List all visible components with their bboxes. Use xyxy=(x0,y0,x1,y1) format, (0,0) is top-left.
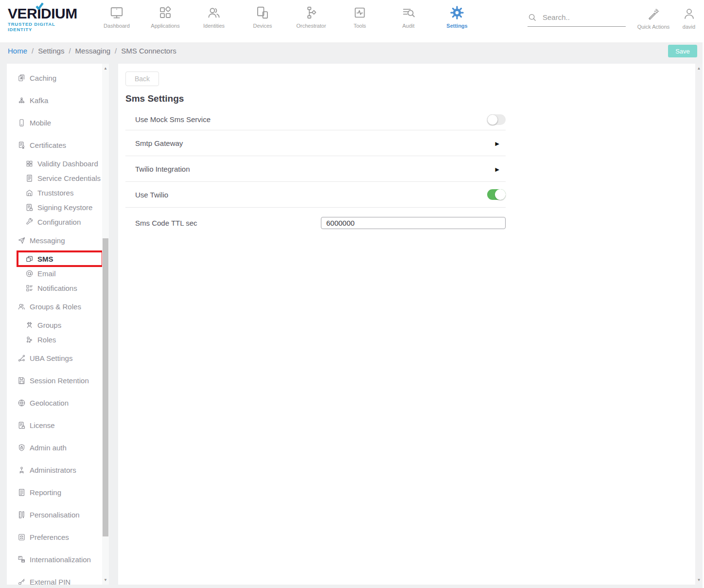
sidebar-item-truststores[interactable]: Truststores xyxy=(7,185,109,200)
certificates-icon xyxy=(18,141,26,149)
breadcrumb-item-home[interactable]: Home xyxy=(8,47,27,55)
sidebar-item-groups[interactable]: Groups xyxy=(7,318,109,332)
logo-tagline: TRUSTED DIGITAL IDENTITY xyxy=(8,21,81,32)
sidebar-scrollbar-thumb[interactable] xyxy=(103,238,108,536)
row-label: Use Twilio xyxy=(135,191,168,199)
row-control: ▶ xyxy=(495,139,506,147)
nav-tab-settings[interactable]: Settings xyxy=(433,5,481,29)
sidebar-item-admin-auth[interactable]: Admin auth xyxy=(7,436,109,459)
sidebar-item-external-pin[interactable]: External PIN xyxy=(7,570,109,585)
nav-tab-dashboard[interactable]: Dashboard xyxy=(92,5,141,29)
save-button[interactable]: Save xyxy=(668,45,697,57)
sidebar-item-label: Groups & Roles xyxy=(30,303,81,311)
sms-code-ttl-sec-input[interactable] xyxy=(321,217,506,229)
sidebar-item-caching[interactable]: Caching xyxy=(7,67,109,89)
sidebar-item-uba-settings[interactable]: UBA Settings xyxy=(7,347,109,369)
sidebar-item-mobile[interactable]: Mobile xyxy=(7,111,109,134)
sidebar-item-label: Validity Dashboard xyxy=(37,160,98,168)
magic-wand-icon xyxy=(647,6,660,21)
row-smtp-gateway[interactable]: Smtp Gateway ▶ xyxy=(125,130,506,156)
sidebar-item-groups-roles[interactable]: Groups & Roles xyxy=(7,295,109,318)
page-scrollbar[interactable]: ▲ ▼ xyxy=(695,64,703,585)
breadcrumb-item-sms-connectors[interactable]: SMS Connectors xyxy=(121,47,176,55)
breadcrumb-item-messaging[interactable]: Messaging xyxy=(75,47,111,55)
sidebar-item-sms[interactable]: SMS xyxy=(17,250,104,267)
sidebar-item-preferences[interactable]: Preferences xyxy=(7,526,109,548)
sidebar-item-label: Preferences xyxy=(30,533,69,541)
groups-icon xyxy=(25,321,34,329)
twilio-integration-expand-icon[interactable]: ▶ xyxy=(495,166,499,172)
sidebar-item-service-credentials[interactable]: Service Credentials xyxy=(7,171,109,185)
toggle-knob xyxy=(495,189,506,200)
smtp-gateway-expand-icon[interactable]: ▶ xyxy=(495,141,499,146)
nav-tab-orchestrator[interactable]: Orchestrator xyxy=(287,5,335,29)
row-label: Sms Code TTL sec xyxy=(135,219,197,227)
user-menu[interactable]: david xyxy=(677,6,701,30)
uba-settings-icon xyxy=(18,354,26,362)
validity-dashboard-icon xyxy=(25,160,34,168)
use-mock-sms-service-toggle[interactable] xyxy=(487,114,506,125)
breadcrumb-separator: / xyxy=(32,47,34,55)
sidebar-item-label: Certificates xyxy=(30,141,66,149)
sidebar-item-certificates[interactable]: Certificates xyxy=(7,134,109,156)
sidebar-item-messaging[interactable]: Messaging xyxy=(7,229,109,251)
nav-tab-tools[interactable]: Tools xyxy=(335,5,384,29)
nav-tab-devices[interactable]: Devices xyxy=(238,5,287,29)
sidebar-item-label: Admin auth xyxy=(30,444,67,452)
sidebar-item-label: Mobile xyxy=(30,119,51,127)
sidebar-item-geolocation[interactable]: Geolocation xyxy=(7,392,109,414)
sidebar-item-configuration[interactable]: Configuration xyxy=(7,214,109,229)
user-icon xyxy=(683,6,696,21)
sidebar-item-notifications[interactable]: Notifications xyxy=(7,281,109,295)
internationalization-icon xyxy=(18,555,26,564)
use-twilio-toggle[interactable] xyxy=(487,189,506,200)
veridium-logo[interactable]: VERIDIUM TRUSTED DIGITAL IDENTITY xyxy=(8,6,81,32)
toggle-knob xyxy=(487,114,498,125)
breadcrumb-separator: / xyxy=(115,47,117,55)
sidebar-item-label: Configuration xyxy=(37,218,81,226)
row-label: Use Mock Sms Service xyxy=(135,115,211,124)
nav-label: Audit xyxy=(402,23,414,29)
tools-icon xyxy=(352,5,367,20)
page-scroll-down-icon[interactable]: ▼ xyxy=(695,578,703,582)
nav-tab-applications[interactable]: Applications xyxy=(141,5,190,29)
nav-label: Dashboard xyxy=(104,23,130,29)
sidebar-item-session-retention[interactable]: Session Retention xyxy=(7,369,109,392)
sidebar-item-roles[interactable]: Roles xyxy=(7,332,109,347)
sidebar-item-kafka[interactable]: Kafka xyxy=(7,89,109,111)
back-button[interactable]: Back xyxy=(125,71,159,86)
breadcrumb-item-settings[interactable]: Settings xyxy=(38,47,64,55)
search-input[interactable] xyxy=(543,13,616,21)
sidebar-item-internationalization[interactable]: Internationalization xyxy=(7,548,109,570)
row-control xyxy=(321,217,506,229)
sidebar-item-license[interactable]: License xyxy=(7,414,109,436)
search-icon xyxy=(528,13,537,22)
sidebar-scrollbar[interactable]: ▲ ▼ xyxy=(102,64,109,585)
sidebar-item-personalisation[interactable]: Personalisation xyxy=(7,503,109,526)
row-label: Twilio Integration xyxy=(135,165,190,173)
nav-tab-audit[interactable]: Audit xyxy=(384,5,433,29)
sidebar-item-label: Administrators xyxy=(30,466,76,474)
sidebar-item-signing-keystore[interactable]: Signing Keystore xyxy=(7,200,109,214)
sidebar-item-label: Service Credentials xyxy=(37,174,101,182)
sidebar-item-email[interactable]: Email xyxy=(7,266,109,281)
messaging-icon xyxy=(18,236,26,245)
top-header: VERIDIUM TRUSTED DIGITAL IDENTITY Dashbo… xyxy=(0,0,704,42)
quick-actions-button[interactable]: Quick Actions xyxy=(633,6,674,30)
breadcrumb-bar: Home/Settings/Messaging/SMS Connectors S… xyxy=(0,42,704,60)
row-sms-code-ttl-sec: Sms Code TTL sec xyxy=(125,208,506,238)
sidebar-scroll-down-icon[interactable]: ▼ xyxy=(102,578,109,582)
row-twilio-integration[interactable]: Twilio Integration ▶ xyxy=(125,156,506,182)
sidebar-item-reporting[interactable]: Reporting xyxy=(7,481,109,503)
geolocation-icon xyxy=(18,399,26,407)
sidebar-item-administrators[interactable]: Administrators xyxy=(7,459,109,481)
sidebar-scroll-up-icon[interactable]: ▲ xyxy=(102,66,109,71)
page-scroll-up-icon[interactable]: ▲ xyxy=(695,66,703,71)
nav-tab-identities[interactable]: Identities xyxy=(190,5,238,29)
devices-icon xyxy=(255,5,270,20)
sidebar-item-label: SMS xyxy=(37,255,53,263)
sidebar-item-label: Caching xyxy=(30,74,56,82)
sidebar-item-validity-dashboard[interactable]: Validity Dashboard xyxy=(7,156,109,171)
logo-title: VERIDIUM xyxy=(8,6,81,21)
license-icon xyxy=(18,421,26,429)
